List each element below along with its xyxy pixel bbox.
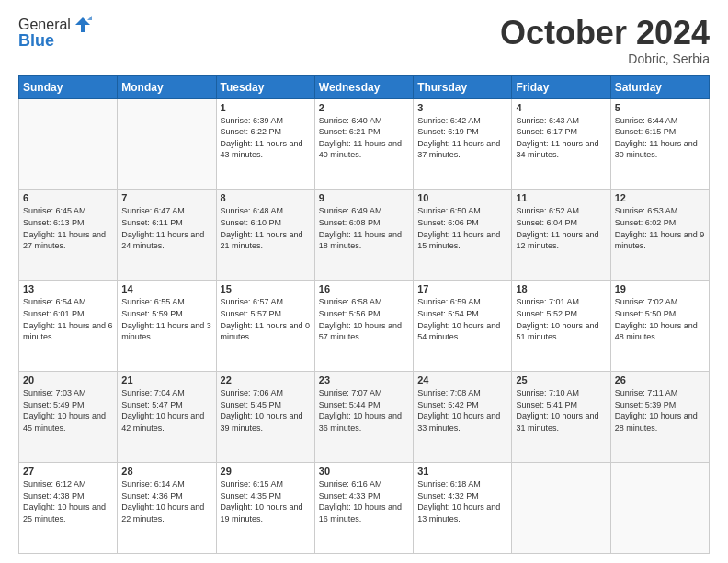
table-row: 29Sunrise: 6:15 AM Sunset: 4:35 PM Dayli… — [216, 463, 314, 554]
day-number: 9 — [319, 192, 409, 203]
day-info: Sunrise: 6:49 AM Sunset: 6:08 PM Dayligh… — [319, 205, 409, 251]
day-number: 16 — [319, 283, 409, 294]
table-row: 26Sunrise: 7:11 AM Sunset: 5:39 PM Dayli… — [610, 372, 709, 463]
table-row: 12Sunrise: 6:53 AM Sunset: 6:02 PM Dayli… — [610, 190, 709, 281]
table-row — [19, 98, 118, 190]
day-number: 8 — [221, 192, 311, 203]
day-info: Sunrise: 6:15 AM Sunset: 4:35 PM Dayligh… — [221, 478, 311, 524]
header-monday: Monday — [118, 75, 216, 98]
day-info: Sunrise: 6:40 AM Sunset: 6:21 PM Dayligh… — [319, 115, 409, 161]
day-number: 7 — [121, 192, 211, 203]
calendar-week-row: 1Sunrise: 6:39 AM Sunset: 6:22 PM Daylig… — [19, 98, 710, 190]
table-row: 9Sunrise: 6:49 AM Sunset: 6:08 PM Daylig… — [314, 190, 413, 281]
calendar-week-row: 6Sunrise: 6:45 AM Sunset: 6:13 PM Daylig… — [19, 190, 710, 281]
day-info: Sunrise: 6:50 AM Sunset: 6:06 PM Dayligh… — [417, 205, 507, 251]
table-row: 25Sunrise: 7:10 AM Sunset: 5:41 PM Dayli… — [512, 372, 610, 463]
day-info: Sunrise: 6:54 AM Sunset: 6:01 PM Dayligh… — [23, 296, 113, 342]
day-info: Sunrise: 6:58 AM Sunset: 5:56 PM Dayligh… — [319, 296, 409, 342]
day-info: Sunrise: 6:39 AM Sunset: 6:22 PM Dayligh… — [221, 115, 311, 161]
day-number: 30 — [319, 465, 409, 477]
header-tuesday: Tuesday — [216, 75, 314, 98]
day-info: Sunrise: 6:14 AM Sunset: 4:36 PM Dayligh… — [121, 478, 211, 524]
day-number: 24 — [417, 374, 507, 385]
day-number: 25 — [516, 374, 606, 385]
logo-icon — [73, 15, 93, 35]
day-number: 18 — [516, 283, 606, 294]
day-info: Sunrise: 7:10 AM Sunset: 5:41 PM Dayligh… — [516, 387, 606, 433]
table-row: 6Sunrise: 6:45 AM Sunset: 6:13 PM Daylig… — [19, 190, 118, 281]
day-number: 26 — [615, 374, 705, 385]
header-wednesday: Wednesday — [314, 75, 413, 98]
table-row: 7Sunrise: 6:47 AM Sunset: 6:11 PM Daylig… — [118, 190, 216, 281]
day-info: Sunrise: 6:18 AM Sunset: 4:32 PM Dayligh… — [417, 478, 507, 524]
day-number: 19 — [615, 283, 705, 294]
page: General Blue October 2024 Dobric, Serbia… — [0, 0, 728, 563]
location: Dobric, Serbia — [500, 52, 710, 66]
calendar-week-row: 13Sunrise: 6:54 AM Sunset: 6:01 PM Dayli… — [19, 281, 710, 372]
table-row: 16Sunrise: 6:58 AM Sunset: 5:56 PM Dayli… — [314, 281, 413, 372]
table-row: 11Sunrise: 6:52 AM Sunset: 6:04 PM Dayli… — [512, 190, 610, 281]
table-row: 30Sunrise: 6:16 AM Sunset: 4:33 PM Dayli… — [314, 463, 413, 554]
header-saturday: Saturday — [610, 75, 709, 98]
table-row: 22Sunrise: 7:06 AM Sunset: 5:45 PM Dayli… — [216, 372, 314, 463]
day-number: 23 — [319, 374, 409, 385]
table-row: 4Sunrise: 6:43 AM Sunset: 6:17 PM Daylig… — [512, 98, 610, 190]
day-info: Sunrise: 6:59 AM Sunset: 5:54 PM Dayligh… — [417, 296, 507, 342]
table-row: 13Sunrise: 6:54 AM Sunset: 6:01 PM Dayli… — [19, 281, 118, 372]
day-info: Sunrise: 6:53 AM Sunset: 6:02 PM Dayligh… — [615, 205, 705, 251]
day-number: 3 — [417, 102, 507, 113]
day-info: Sunrise: 6:55 AM Sunset: 5:59 PM Dayligh… — [121, 296, 211, 342]
header-friday: Friday — [512, 75, 610, 98]
table-row — [610, 463, 709, 554]
table-row: 31Sunrise: 6:18 AM Sunset: 4:32 PM Dayli… — [414, 463, 512, 554]
day-info: Sunrise: 6:12 AM Sunset: 4:38 PM Dayligh… — [23, 478, 113, 524]
header: General Blue October 2024 Dobric, Serbia — [18, 15, 710, 66]
table-row: 19Sunrise: 7:02 AM Sunset: 5:50 PM Dayli… — [610, 281, 709, 372]
day-info: Sunrise: 6:44 AM Sunset: 6:15 PM Dayligh… — [615, 115, 705, 161]
table-row: 17Sunrise: 6:59 AM Sunset: 5:54 PM Dayli… — [414, 281, 512, 372]
title-block: October 2024 Dobric, Serbia — [500, 15, 710, 66]
table-row — [118, 98, 216, 190]
day-info: Sunrise: 7:01 AM Sunset: 5:52 PM Dayligh… — [516, 296, 606, 342]
table-row: 10Sunrise: 6:50 AM Sunset: 6:06 PM Dayli… — [414, 190, 512, 281]
day-number: 12 — [615, 192, 705, 203]
day-number: 1 — [221, 102, 311, 113]
table-row: 15Sunrise: 6:57 AM Sunset: 5:57 PM Dayli… — [216, 281, 314, 372]
day-number: 22 — [221, 374, 311, 385]
day-info: Sunrise: 6:57 AM Sunset: 5:57 PM Dayligh… — [221, 296, 311, 342]
table-row: 1Sunrise: 6:39 AM Sunset: 6:22 PM Daylig… — [216, 98, 314, 190]
day-number: 17 — [417, 283, 507, 294]
table-row: 23Sunrise: 7:07 AM Sunset: 5:44 PM Dayli… — [314, 372, 413, 463]
day-number: 5 — [615, 102, 705, 113]
day-number: 4 — [516, 102, 606, 113]
day-number: 20 — [23, 374, 113, 385]
table-row: 8Sunrise: 6:48 AM Sunset: 6:10 PM Daylig… — [216, 190, 314, 281]
calendar: Sunday Monday Tuesday Wednesday Thursday… — [18, 75, 710, 554]
day-number: 11 — [516, 192, 606, 203]
day-header-row: Sunday Monday Tuesday Wednesday Thursday… — [19, 75, 710, 98]
day-info: Sunrise: 7:03 AM Sunset: 5:49 PM Dayligh… — [23, 387, 113, 433]
day-info: Sunrise: 6:43 AM Sunset: 6:17 PM Dayligh… — [516, 115, 606, 161]
table-row: 24Sunrise: 7:08 AM Sunset: 5:42 PM Dayli… — [414, 372, 512, 463]
day-info: Sunrise: 6:48 AM Sunset: 6:10 PM Dayligh… — [221, 205, 311, 251]
table-row: 18Sunrise: 7:01 AM Sunset: 5:52 PM Dayli… — [512, 281, 610, 372]
table-row — [512, 463, 610, 554]
table-row: 2Sunrise: 6:40 AM Sunset: 6:21 PM Daylig… — [314, 98, 413, 190]
day-number: 21 — [121, 374, 211, 385]
table-row: 5Sunrise: 6:44 AM Sunset: 6:15 PM Daylig… — [610, 98, 709, 190]
day-info: Sunrise: 7:04 AM Sunset: 5:47 PM Dayligh… — [121, 387, 211, 433]
month-title: October 2024 — [500, 15, 710, 52]
day-info: Sunrise: 7:02 AM Sunset: 5:50 PM Dayligh… — [615, 296, 705, 342]
day-info: Sunrise: 7:07 AM Sunset: 5:44 PM Dayligh… — [319, 387, 409, 433]
day-number: 15 — [221, 283, 311, 294]
day-info: Sunrise: 7:11 AM Sunset: 5:39 PM Dayligh… — [615, 387, 705, 433]
calendar-week-row: 20Sunrise: 7:03 AM Sunset: 5:49 PM Dayli… — [19, 372, 710, 463]
table-row: 14Sunrise: 6:55 AM Sunset: 5:59 PM Dayli… — [118, 281, 216, 372]
table-row: 20Sunrise: 7:03 AM Sunset: 5:49 PM Dayli… — [19, 372, 118, 463]
day-number: 29 — [221, 465, 311, 477]
day-number: 14 — [121, 283, 211, 294]
day-info: Sunrise: 6:45 AM Sunset: 6:13 PM Dayligh… — [23, 205, 113, 251]
day-number: 31 — [417, 465, 507, 477]
day-info: Sunrise: 6:42 AM Sunset: 6:19 PM Dayligh… — [417, 115, 507, 161]
day-info: Sunrise: 7:06 AM Sunset: 5:45 PM Dayligh… — [221, 387, 311, 433]
